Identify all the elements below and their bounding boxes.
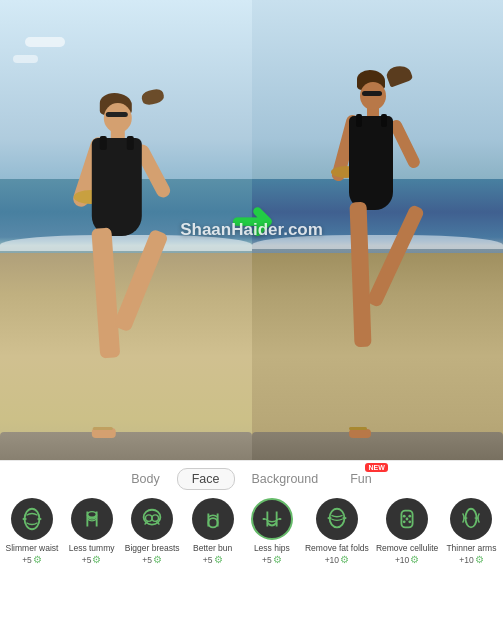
gear-less-hips: ⚙ [273, 554, 282, 565]
svg-point-17 [408, 520, 411, 523]
person-after [333, 78, 413, 438]
svg-point-6 [152, 515, 159, 522]
icon-value-slimmer-waist: +5 [22, 555, 32, 565]
icon-bigger-breasts[interactable]: Bigger breasts +5 ⚙ [125, 498, 180, 565]
icon-less-hips[interactable]: Less hips +5 ⚙ [246, 498, 298, 565]
photo-area: ➜ [0, 0, 503, 460]
gear-less-tummy: ⚙ [92, 554, 101, 565]
icon-label-thinner-arms: Thinner arms [446, 543, 496, 553]
tab-bar: Body Face Background Fun NEW [0, 461, 503, 494]
svg-point-5 [146, 515, 153, 522]
icon-label-remove-fat-folds: Remove fat folds [305, 543, 369, 553]
icon-remove-cellulite[interactable]: Remove cellulite +10 ⚙ [376, 498, 438, 565]
icons-row: Slimmer waist +5 ⚙ Less tummy [0, 494, 503, 567]
icon-label-slimmer-waist: Slimmer waist [6, 543, 59, 553]
svg-point-15 [408, 515, 411, 518]
icon-circle-bigger-breasts [131, 498, 173, 540]
photo-before [0, 0, 252, 460]
icon-label-better-bun: Better bun [193, 543, 232, 553]
gear-remove-cellulite: ⚙ [410, 554, 419, 565]
icon-value-less-hips: +5 [262, 555, 272, 565]
svg-point-16 [403, 520, 406, 523]
icon-circle-less-tummy [71, 498, 113, 540]
svg-point-10 [329, 509, 344, 528]
tab-face[interactable]: Face [177, 468, 235, 490]
svg-point-18 [406, 518, 409, 521]
gear-slimmer-waist: ⚙ [33, 554, 42, 565]
tab-body[interactable]: Body [116, 468, 175, 490]
toolbar: Body Face Background Fun NEW [0, 460, 503, 617]
person-before [74, 98, 164, 438]
icon-value-better-bun: +5 [203, 555, 213, 565]
icon-value-remove-cellulite: +10 [395, 555, 409, 565]
app-container: ➜ [0, 0, 503, 617]
icon-remove-fat-folds[interactable]: Remove fat folds +10 ⚙ [305, 498, 369, 565]
gear-thinner-arms: ⚙ [475, 554, 484, 565]
gear-bigger-breasts: ⚙ [153, 554, 162, 565]
icon-label-less-hips: Less hips [254, 543, 290, 553]
svg-point-14 [403, 515, 406, 518]
tab-fun[interactable]: Fun NEW [335, 468, 387, 490]
icon-value-less-tummy: +5 [82, 555, 92, 565]
icon-thinner-arms[interactable]: Thinner arms +10 ⚙ [445, 498, 497, 565]
icon-circle-better-bun [192, 498, 234, 540]
icon-circle-thinner-arms [450, 498, 492, 540]
icon-circle-less-hips [251, 498, 293, 540]
icon-value-thinner-arms: +10 [459, 555, 473, 565]
icon-value-bigger-breasts: +5 [142, 555, 152, 565]
svg-point-0 [25, 509, 40, 529]
icon-less-tummy[interactable]: Less tummy +5 ⚙ [66, 498, 118, 565]
transformation-arrow: ➜ [230, 191, 274, 251]
icon-label-bigger-breasts: Bigger breasts [125, 543, 180, 553]
svg-point-7 [208, 518, 217, 527]
tab-background[interactable]: Background [237, 468, 334, 490]
icon-circle-slimmer-waist [11, 498, 53, 540]
icon-value-remove-fat-folds: +10 [325, 555, 339, 565]
icon-circle-remove-fat-folds [316, 498, 358, 540]
photo-after [252, 0, 504, 460]
icon-slimmer-waist[interactable]: Slimmer waist +5 ⚙ [6, 498, 59, 565]
icon-label-remove-cellulite: Remove cellulite [376, 543, 438, 553]
icon-circle-remove-cellulite [386, 498, 428, 540]
gear-better-bun: ⚙ [214, 554, 223, 565]
gear-remove-fat-folds: ⚙ [340, 554, 349, 565]
new-badge: NEW [365, 463, 387, 472]
icon-label-less-tummy: Less tummy [69, 543, 115, 553]
icon-better-bun[interactable]: Better bun +5 ⚙ [187, 498, 239, 565]
